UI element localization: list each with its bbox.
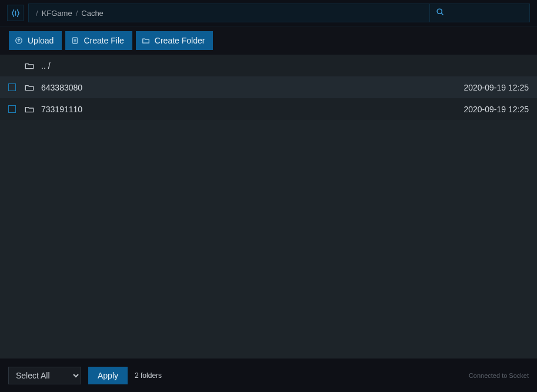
create-file-button-label: Create File: [84, 36, 124, 45]
breadcrumb-separator: /: [76, 9, 78, 18]
breadcrumb-segment[interactable]: Cache: [81, 9, 104, 18]
home-button[interactable]: [7, 5, 24, 21]
row-checkbox[interactable]: [8, 83, 16, 91]
svg-point-0: [437, 9, 442, 14]
file-icon: [71, 36, 79, 45]
folder-name: 733191110: [41, 105, 458, 114]
batch-action-select[interactable]: Select All: [8, 367, 81, 384]
create-folder-button[interactable]: Create Folder: [136, 31, 214, 50]
folder-icon: [25, 62, 34, 70]
breadcrumb-segment[interactable]: KFGame: [42, 9, 72, 18]
search-input[interactable]: [430, 4, 530, 22]
breadcrumb-separator: /: [36, 9, 38, 18]
create-file-button[interactable]: Create File: [65, 31, 132, 50]
folder-name: 643383080: [41, 83, 458, 92]
file-list: .. / 643383080 2020-09-19 12:25 73319111…: [0, 55, 537, 359]
list-item[interactable]: 733191110 2020-09-19 12:25: [0, 98, 537, 120]
upload-icon: [15, 36, 23, 45]
parent-directory-label: .. /: [41, 61, 529, 71]
svg-line-1: [441, 13, 443, 15]
search-icon: [436, 8, 445, 18]
create-folder-button-label: Create Folder: [155, 36, 205, 45]
breadcrumb[interactable]: / KFGame / Cache: [28, 4, 430, 22]
folder-icon: [25, 105, 34, 113]
upload-button-label: Upload: [28, 36, 54, 45]
row-checkbox[interactable]: [8, 105, 16, 113]
parent-directory-row[interactable]: .. /: [0, 55, 537, 76]
socket-status: Connected to Socket: [469, 372, 529, 379]
folder-icon: [25, 83, 34, 92]
folder-count-text: 2 folders: [135, 371, 162, 380]
folder-modified-date: 2020-09-19 12:25: [463, 105, 529, 114]
app-logo-icon: [11, 8, 21, 18]
folder-modified-date: 2020-09-19 12:25: [463, 83, 529, 92]
apply-button[interactable]: Apply: [88, 367, 128, 384]
upload-button[interactable]: Upload: [9, 31, 62, 50]
list-item[interactable]: 643383080 2020-09-19 12:25: [0, 76, 537, 98]
folder-icon: [142, 36, 150, 45]
